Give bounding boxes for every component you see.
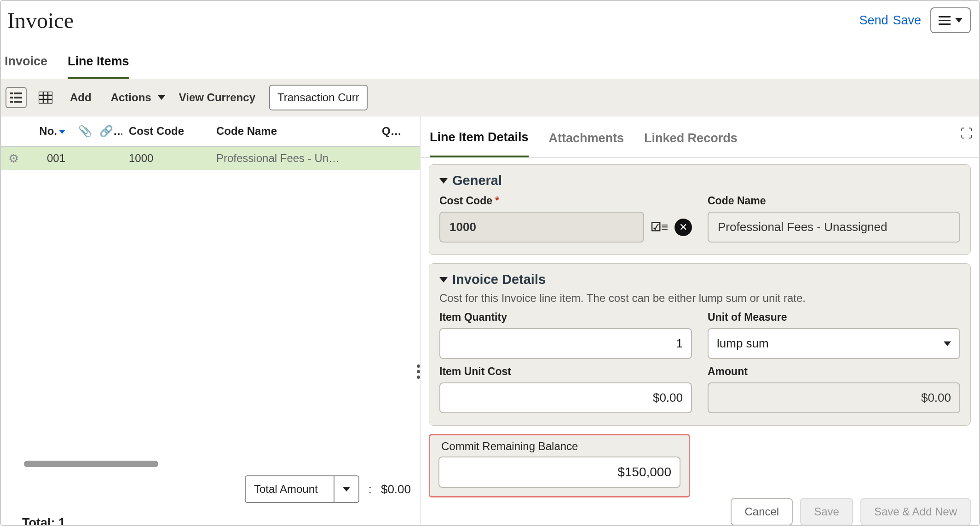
svg-rect-2 [10, 97, 13, 98]
hamburger-icon [939, 14, 951, 27]
page-title: Invoice [7, 8, 74, 33]
total-amount-label: Total Amount [246, 476, 334, 502]
sort-desc-icon [59, 130, 65, 134]
invoice-details-desc: Cost for this Invoice line item. The cos… [439, 292, 960, 305]
svg-rect-4 [10, 101, 13, 103]
svg-rect-1 [14, 92, 22, 94]
svg-rect-0 [10, 92, 13, 94]
save-add-new-button[interactable]: Save & Add New [860, 498, 971, 526]
code-name-label: Code Name [708, 195, 960, 207]
actions-dropdown[interactable]: Actions [105, 88, 165, 107]
header-menu-button[interactable] [930, 7, 971, 33]
total-colon: : [369, 482, 372, 497]
caret-down-icon [343, 487, 350, 491]
col-cost-code[interactable]: Cost Code [122, 125, 210, 138]
uom-select[interactable]: lump sum [708, 328, 960, 359]
grid-view-button[interactable] [35, 87, 56, 108]
cancel-button[interactable]: Cancel [731, 498, 793, 526]
paperclip-icon: 📎 [78, 125, 93, 137]
close-icon: ✕ [679, 221, 687, 233]
item-unit-cost-input[interactable]: $0.00 [439, 382, 692, 413]
commit-remaining-balance-panel: Commit Remaining Balance $150,000 [429, 434, 690, 497]
cell-code-name: Professional Fees - Un… [210, 152, 375, 165]
tab-line-items[interactable]: Line Items [68, 54, 129, 79]
add-button[interactable]: Add [64, 88, 97, 107]
list-view-button[interactable] [6, 87, 27, 108]
col-linked[interactable]: 🔗… [93, 125, 122, 138]
actions-label: Actions [105, 88, 153, 107]
section-general-header[interactable]: General [439, 173, 960, 188]
table-row[interactable]: ⚙ 001 1000 Professional Fees - Un… [1, 147, 420, 170]
caret-down-icon [158, 95, 165, 100]
amount-label: Amount [708, 365, 960, 378]
picker-icon: ☑≡ [651, 220, 668, 234]
grid-view-icon [39, 92, 52, 104]
tab-invoice[interactable]: Invoice [5, 54, 47, 79]
col-code-name[interactable]: Code Name [210, 125, 375, 138]
tab-line-item-details[interactable]: Line Item Details [430, 130, 529, 157]
svg-rect-5 [14, 101, 22, 103]
svg-rect-6 [39, 92, 52, 104]
col-no[interactable]: No. [26, 125, 72, 138]
commit-remaining-balance-label: Commit Remaining Balance [441, 440, 680, 453]
item-quantity-label: Item Quantity [439, 311, 692, 324]
total-amount-value: $0.00 [381, 482, 411, 497]
amount-value: $0.00 [708, 382, 960, 413]
send-link[interactable]: Send [859, 13, 888, 28]
save-button[interactable]: Save [800, 498, 853, 526]
cost-code-label: Cost Code* [439, 195, 692, 207]
expand-pane-button[interactable]: ⛶ [961, 127, 973, 141]
gear-icon[interactable]: ⚙ [8, 151, 19, 165]
save-link[interactable]: Save [893, 13, 921, 28]
item-quantity-input[interactable]: 1 [439, 328, 692, 359]
currency-select[interactable]: Transaction Curr [269, 85, 368, 110]
cost-code-clear-button[interactable]: ✕ [674, 219, 692, 236]
cell-cost-code: 1000 [122, 152, 210, 165]
view-currency-label: View Currency [173, 88, 261, 107]
cell-no: 001 [26, 152, 72, 165]
caret-down-icon [944, 341, 951, 346]
cost-code-picker-button[interactable]: ☑≡ [651, 219, 668, 236]
list-view-icon [10, 92, 22, 103]
commit-remaining-balance-input[interactable]: $150,000 [438, 457, 680, 488]
section-invoice-details-header[interactable]: Invoice Details [439, 272, 960, 287]
col-attachments[interactable]: 📎 [72, 125, 93, 138]
total-amount-select[interactable]: Total Amount [245, 475, 359, 503]
code-name-value: Professional Fees - Unassigned [708, 212, 960, 243]
chevron-down-icon [439, 178, 448, 184]
chevron-down-icon [439, 277, 448, 283]
col-quantity[interactable]: Qu [375, 125, 403, 138]
tab-linked-records[interactable]: Linked Records [644, 131, 738, 156]
caret-down-icon [955, 18, 963, 23]
cost-code-input[interactable]: 1000 [439, 212, 644, 243]
tab-attachments[interactable]: Attachments [549, 131, 624, 156]
horizontal-scrollbar[interactable] [24, 461, 397, 467]
uom-label: Unit of Measure [708, 311, 960, 324]
link-icon: 🔗… [99, 125, 122, 137]
svg-rect-3 [14, 97, 22, 98]
total-rows-label: Total: 1 [1, 508, 420, 526]
item-unit-cost-label: Item Unit Cost [439, 365, 692, 378]
pane-resize-handle[interactable] [417, 364, 420, 379]
